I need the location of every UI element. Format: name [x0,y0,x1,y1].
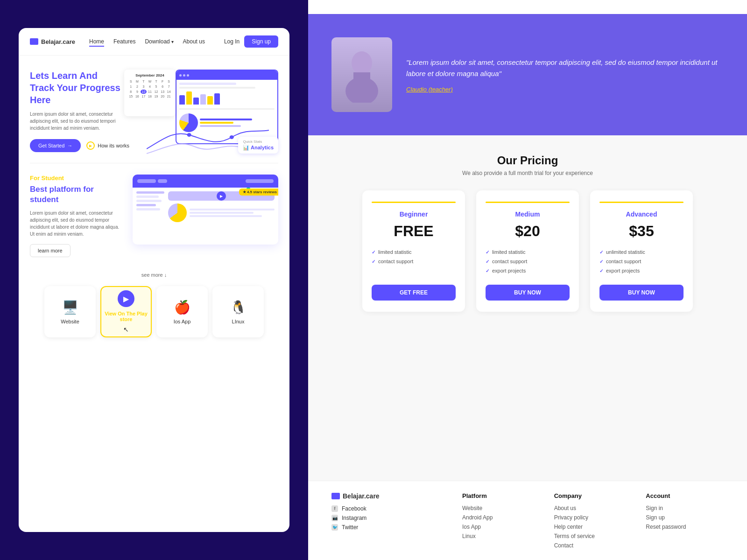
cursor-icon: ↖ [123,326,129,333]
student-mockup: ▶ [133,175,278,245]
medium-price: $20 [515,223,540,240]
footer-instagram[interactable]: 📷 Instagram [331,515,448,521]
footer-link-about[interactable]: About us [554,505,632,511]
footer-link-ios[interactable]: Ios App [462,524,540,530]
login-button[interactable]: Log In [224,38,240,45]
footer-twitter[interactable]: 🐦 Twitter [331,524,448,531]
pricing-section: Our Pricing We also provide a full month… [308,135,747,481]
footer-link-website[interactable]: Website [462,505,540,511]
how-it-works-button[interactable]: ▶ How its works [86,141,129,150]
footer-link-signin[interactable]: Sign in [646,505,724,511]
medium-cta-button[interactable]: BUY NOW [486,285,570,301]
beginner-plan-name: Beginner [400,210,428,218]
nav-about[interactable]: About us [183,38,205,45]
footer-logo-text: Belajar.care [343,492,380,500]
footer-link-android[interactable]: Android App [462,514,540,521]
logo: Belajar.care [30,38,75,45]
advanced-feature-1: ✓unlimited statistic [599,247,684,257]
nav-actions: Log In Sign up [224,35,278,48]
platform-col-title: Platform [462,492,540,499]
footer-link-privacy[interactable]: Privacy policy [554,514,632,521]
advanced-plan-name: Advanced [626,210,657,218]
left-panel: Belajar.care Home Features Download Abou… [0,0,308,560]
footer-link-terms[interactable]: Terms of service [554,533,632,539]
svg-point-2 [352,51,372,75]
medium-feature-1: ✓limited statistic [486,247,570,257]
logo-text: Belajar.care [41,38,75,45]
footer-link-linux[interactable]: Linux [462,533,540,539]
footer-brand: Belajar.care f Facebook 📷 Instagram 🐦 Tw… [331,492,448,549]
footer-col-platform: Platform Website Android App Ios App Lin… [462,492,540,549]
nav-download[interactable]: Download [145,38,173,45]
account-links: Sign in Sign up Reset password [646,505,724,530]
app-icon-website[interactable]: 🖥️ Website [44,286,96,337]
app-icon-ios[interactable]: 🍎 Ios App [156,286,208,337]
student-desc: Lorem ipsum dolor sit amet, consectetur … [30,210,123,238]
logo-icon [30,38,38,45]
svg-rect-4 [353,72,370,91]
testimonial-section: "Lorem ipsum dolor sit amet, consectetur… [308,14,747,135]
hero-section: Lets Learn And Track Your Progress Here … [19,56,289,163]
footer-col-account: Account Sign in Sign up Reset password [646,492,724,549]
advanced-cta-button[interactable]: BUY NOW [599,285,684,301]
beginner-price: FREE [394,223,433,240]
footer-logo-icon [331,493,340,499]
get-started-button[interactable]: Get Started → [30,139,81,152]
beginner-cta-button[interactable]: GET FREE [372,285,456,301]
person-avatar [331,37,392,112]
testimonial-quote: "Lorem ipsum dolor sit amet, consectetur… [406,57,724,79]
pricing-cards: Beginner FREE ✓limited statistic ✓contac… [331,190,724,312]
footer-logo: Belajar.care [331,492,444,500]
hero-title-prefix: Lets [30,70,52,81]
beginner-feature-1: ✓limited statistic [372,247,456,257]
linux-icon: 🐧 [230,300,247,315]
platform-links: Website Android App Ios App Linux [462,505,540,539]
medium-feature-2: ✓contact support [486,257,570,266]
advanced-feature-2: ✓contact support [599,257,684,266]
mockup-sidebar [136,191,164,222]
student-section: For Student Best platform for student Lo… [19,163,289,268]
footer-link-contact[interactable]: Contact [554,542,632,549]
app-icon-linux[interactable]: 🐧 LInux [212,286,264,337]
facebook-icon: f [331,505,338,512]
beginner-top-bar [372,202,456,203]
pricing-card-advanced: Advanced $35 ✓unlimited statistic ✓conta… [590,190,693,312]
hero-text: Lets Learn And Track Your Progress Here … [30,70,133,154]
right-panel: "Lorem ipsum dolor sit amet, consectetur… [308,0,747,560]
footer-link-reset[interactable]: Reset password [646,524,724,530]
hero-title-suffix: And [77,70,98,81]
calendar-header: September 2024 [128,73,172,77]
mockup-pie-chart [168,203,187,222]
left-card: Belajar.care Home Features Download Abou… [19,28,289,532]
playstore-label: View On The Play store [101,311,151,322]
hero-stat-card: Quick Stats 📊 Analytics [238,137,278,154]
pricing-card-beginner: Beginner FREE ✓limited statistic ✓contac… [362,190,465,312]
pricing-title: Our Pricing [331,154,724,167]
see-more-button[interactable]: see more ↓ [19,268,289,281]
student-label: For Student [30,175,123,182]
svg-point-1 [230,135,234,139]
account-col-title: Account [646,492,724,499]
company-col-title: Company [554,492,632,499]
footer-facebook[interactable]: f Facebook [331,505,448,512]
signup-button[interactable]: Sign up [244,35,278,48]
mockup-rating-tag: ★ 4.5 stars reviews [239,189,278,196]
footer-col-company: Company About us Privacy policy Help cen… [554,492,632,549]
advanced-top-bar [599,202,684,203]
app-icon-playstore[interactable]: ▶ View On The Play store ↖ [100,286,152,337]
footer-grid: Belajar.care f Facebook 📷 Instagram 🐦 Tw… [331,492,724,549]
play-icon: ▶ [86,141,95,150]
nav-features[interactable]: Features [113,38,135,45]
learn-more-button[interactable]: learn more [30,244,70,257]
footer-link-help[interactable]: Help center [554,524,632,530]
mockup-play-icon: ▶ [217,191,226,201]
advanced-feature-3: ✓export projects [599,266,684,275]
company-links: About us Privacy policy Help center Term… [554,505,632,549]
medium-feature-3: ✓export projects [486,266,570,275]
calendar-grid: SMTWTFS 1234567 891011121314 15161718192… [128,79,172,99]
beginner-features: ✓limited statistic ✓contact support [372,247,456,266]
footer-social: f Facebook 📷 Instagram 🐦 Twitter [331,505,448,531]
student-title: Best platform for student [30,184,123,205]
nav-home[interactable]: Home [89,38,104,45]
footer-link-signup[interactable]: Sign up [646,514,724,521]
